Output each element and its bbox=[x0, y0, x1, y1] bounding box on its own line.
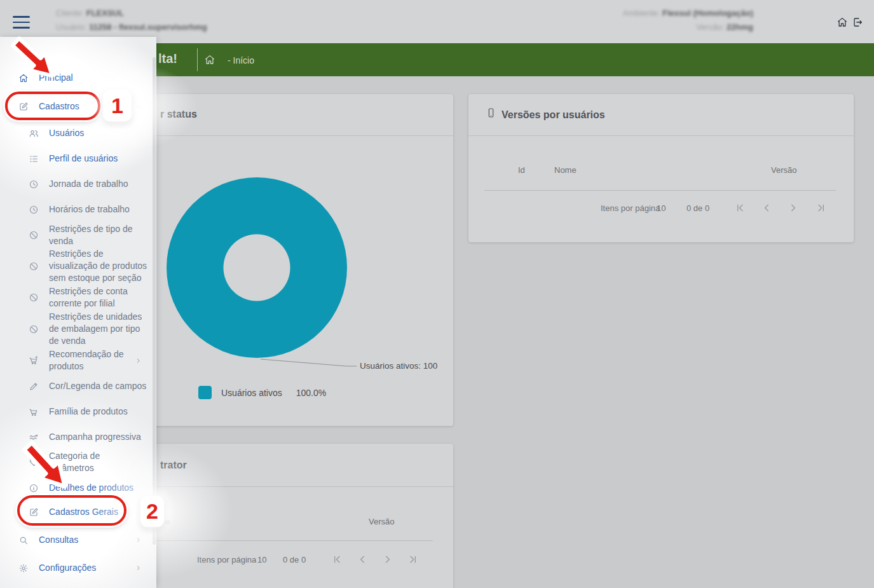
chevron-down-icon bbox=[135, 103, 142, 110]
sidebar-item-label: Usuários bbox=[49, 127, 151, 139]
session-info: Cliente: FLEXSUL Usuário: 11258 - flexsu… bbox=[56, 6, 207, 34]
sidebar-item-restricoes-de-tipo-de-venda[interactable]: Restrições de tipo de venda bbox=[0, 223, 156, 247]
last-page-button[interactable] bbox=[406, 552, 421, 567]
chart-legend[interactable]: Usuários ativos 100.0% bbox=[198, 386, 326, 399]
breadcrumb-home-icon[interactable] bbox=[204, 54, 215, 65]
ban-icon bbox=[29, 230, 39, 240]
column-header-versao: Versão bbox=[771, 165, 796, 175]
first-page-button[interactable] bbox=[329, 552, 345, 567]
column-header-id: Id bbox=[518, 165, 525, 175]
environment-info: Ambiente: Flexsul (Homologação) Versão: … bbox=[623, 6, 753, 34]
ban-icon bbox=[29, 292, 39, 303]
sidebar-item-label: Restrições de unidades de embalagem por … bbox=[49, 311, 151, 347]
next-page-button[interactable] bbox=[786, 200, 801, 215]
sidebar-item-label: Campanha progressiva bbox=[49, 431, 151, 443]
first-page-button[interactable] bbox=[732, 200, 748, 215]
sidebar-item-restricoes-de-conta-corrente[interactable]: Restrições de conta corrente por filial bbox=[0, 285, 156, 310]
ban-icon bbox=[29, 261, 39, 271]
users-icon bbox=[29, 128, 39, 139]
menu-toggle-button[interactable] bbox=[13, 16, 30, 29]
legend-label: Usuários ativos bbox=[221, 388, 282, 398]
sidebar-item-consultas[interactable]: Consultas bbox=[0, 534, 156, 546]
user-info: Usuário: 11258 - flexsul.supervisorhmg bbox=[56, 20, 207, 34]
home-icon[interactable] bbox=[836, 17, 848, 28]
last-page-button[interactable] bbox=[814, 200, 829, 215]
cart-plus-icon bbox=[29, 355, 39, 366]
legend-swatch bbox=[198, 386, 212, 399]
waves-icon bbox=[29, 432, 39, 442]
sidebar-item-label: Principal bbox=[39, 72, 140, 84]
list-check-icon bbox=[29, 154, 39, 164]
items-per-page-label: Itens por página bbox=[601, 203, 660, 213]
card-title-users-by-status: r status bbox=[160, 109, 197, 120]
sidebar-item-label: Horários de trabalho bbox=[49, 203, 151, 215]
step-1-badge: 1 bbox=[103, 90, 132, 121]
table-divider bbox=[484, 190, 836, 191]
previous-page-button[interactable] bbox=[355, 552, 370, 567]
items-per-page-label: Itens por página bbox=[197, 555, 256, 564]
environment-line: Ambiente: Flexsul (Homologação) bbox=[623, 6, 753, 20]
card-versions-by-users: Versões por usuários Id Nome Versão Iten… bbox=[468, 94, 854, 242]
card-versions-admin: trator me Versão Itens por página 10 0 d… bbox=[114, 444, 453, 588]
sidebar-item-principal[interactable]: Principal bbox=[0, 72, 156, 84]
step-2-badge: 2 bbox=[140, 496, 164, 527]
page-range-label: 0 de 0 bbox=[686, 203, 709, 213]
previous-page-button[interactable] bbox=[759, 200, 774, 215]
clock-icon bbox=[29, 179, 39, 189]
column-header-versao: Versão bbox=[369, 517, 394, 526]
donut-callout-label: Usuários ativos: 100 bbox=[360, 361, 452, 371]
logout-icon[interactable] bbox=[852, 17, 863, 28]
tag-icon bbox=[29, 457, 39, 467]
sidebar-item-familia-de-produtos[interactable]: Família de produtos bbox=[0, 406, 156, 418]
next-page-button[interactable] bbox=[380, 552, 395, 567]
sidebar-item-horarios-de-trabalho[interactable]: Horários de trabalho bbox=[0, 203, 156, 215]
page-size-select[interactable]: 10 bbox=[257, 555, 266, 564]
sidebar-item-label: Perfil de usuários bbox=[49, 153, 151, 165]
chevron-right-icon bbox=[135, 357, 142, 364]
sidebar-item-recomendacao-de-produtos[interactable]: Recomendação de produtos bbox=[0, 348, 156, 373]
client-info: Cliente: FLEXSUL bbox=[56, 6, 207, 20]
welcome-text: lta! bbox=[158, 51, 177, 66]
sidebar-item-label: Categoria de parâmetros bbox=[49, 450, 151, 474]
clock-icon bbox=[29, 205, 39, 215]
sidebar-item-label: Cor/Legenda de campos bbox=[49, 380, 151, 392]
sidebar-item-label: Jornada de trabalho bbox=[49, 178, 151, 190]
card-title-versions-admin: trator bbox=[160, 460, 187, 471]
column-header-nome: Nome bbox=[554, 165, 577, 175]
home-icon bbox=[18, 73, 29, 83]
ban-icon bbox=[29, 324, 39, 334]
page-size-select[interactable]: 10 bbox=[657, 203, 666, 213]
sidebar-item-restricoes-de-visualizacao[interactable]: Restrições de visualização de produtos s… bbox=[0, 248, 156, 284]
chevron-right-icon bbox=[135, 564, 142, 571]
phone-icon bbox=[486, 107, 496, 123]
pencil-icon bbox=[29, 381, 39, 392]
highlight-box-cadastros-gerais bbox=[17, 495, 126, 526]
banner-divider bbox=[197, 48, 198, 71]
breadcrumb: - Início bbox=[228, 55, 254, 65]
sidebar-item-label: Restrições de conta corrente por filial bbox=[49, 285, 151, 310]
sidebar-item-usuarios[interactable]: Usuários bbox=[0, 127, 156, 139]
sidebar-item-label: Configurações bbox=[39, 562, 140, 574]
divider bbox=[114, 135, 453, 136]
sidebar-item-campanha-progressiva[interactable]: Campanha progressiva bbox=[0, 431, 156, 443]
highlight-box-cadastros bbox=[5, 92, 100, 120]
search-icon bbox=[18, 535, 29, 545]
sidebar-item-detalhes-de-produtos[interactable]: Detalhes de produtos bbox=[0, 482, 156, 494]
version-line: Versão: 22hmg bbox=[623, 20, 753, 34]
sidebar-item-cor-legenda-de-campos[interactable]: Cor/Legenda de campos bbox=[0, 380, 156, 392]
sidebar-item-perfil-de-usuarios[interactable]: Perfil de usuários bbox=[0, 153, 156, 165]
sidebar-item-configuracoes[interactable]: Configurações bbox=[0, 562, 156, 574]
cart-icon bbox=[29, 407, 39, 417]
sidebar-item-label: Restrições de visualização de produtos s… bbox=[49, 248, 151, 284]
sidebar-item-restricoes-de-unidades[interactable]: Restrições de unidades de embalagem por … bbox=[0, 311, 156, 347]
legend-value: 100.0% bbox=[296, 388, 326, 398]
sidebar-item-label: Restrições de tipo de venda bbox=[49, 223, 151, 247]
card-users-by-status: r status Usuários ativos: 100 Usuários a… bbox=[114, 94, 453, 426]
page-range-label: 0 de 0 bbox=[283, 555, 306, 564]
divider bbox=[114, 486, 453, 487]
sidebar-item-categoria-de-parametros[interactable]: Categoria de parâmetros bbox=[0, 450, 156, 474]
app-root: { "header": { "client": { "label": "Clie… bbox=[0, 0, 874, 588]
sidebar-item-jornada-de-trabalho[interactable]: Jornada de trabalho bbox=[0, 178, 156, 190]
divider bbox=[468, 135, 854, 136]
sidebar-item-label: Consultas bbox=[39, 534, 140, 546]
